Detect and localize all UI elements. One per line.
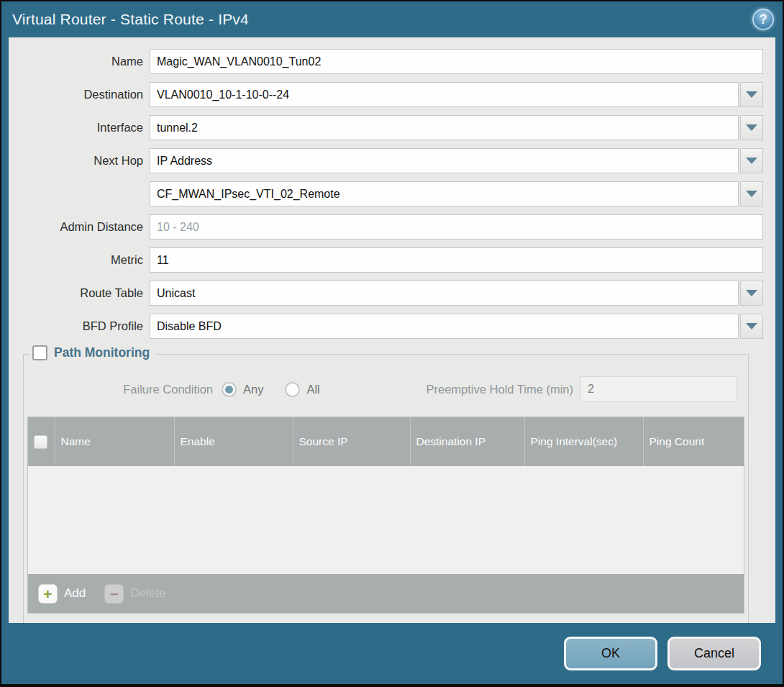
column-header-ping-count[interactable]: Ping Count bbox=[643, 417, 744, 466]
route-table-dropdown-button[interactable] bbox=[740, 281, 763, 306]
chevron-down-icon bbox=[746, 158, 757, 164]
failure-condition-all-radio[interactable] bbox=[285, 382, 300, 397]
bfd-profile-dropdown-button[interactable] bbox=[740, 314, 763, 339]
metric-row: Metric bbox=[9, 247, 763, 273]
path-monitoring-table: Name Enable Source IP Destination IP Pin… bbox=[27, 417, 744, 614]
ok-button[interactable]: OK bbox=[564, 637, 657, 670]
name-label: Name bbox=[9, 55, 150, 68]
select-all-checkbox[interactable] bbox=[34, 435, 47, 449]
path-monitoring-checkbox[interactable] bbox=[32, 345, 47, 360]
destination-dropdown-button[interactable] bbox=[740, 82, 763, 107]
path-monitoring-legend: Path Monitoring bbox=[29, 345, 155, 360]
plus-icon: + bbox=[38, 584, 58, 604]
next-hop-address-input[interactable] bbox=[150, 181, 739, 206]
minus-icon: − bbox=[104, 584, 124, 604]
interface-dropdown-button[interactable] bbox=[740, 115, 763, 140]
metric-input[interactable] bbox=[150, 247, 763, 273]
failure-condition-all-label: All bbox=[306, 383, 319, 396]
bfd-profile-input[interactable] bbox=[150, 314, 739, 339]
failure-condition-label: Failure Condition bbox=[27, 383, 222, 396]
static-route-dialog: Virtual Router - Static Route - IPv4 ? N… bbox=[0, 0, 784, 687]
column-header-destination-ip[interactable]: Destination IP bbox=[410, 417, 524, 466]
column-header-name[interactable]: Name bbox=[55, 417, 174, 466]
column-header-ping-interval[interactable]: Ping Interval(sec) bbox=[524, 417, 643, 466]
route-table-label: Route Table bbox=[9, 286, 150, 300]
admin-distance-row: Admin Distance bbox=[9, 214, 763, 240]
chevron-down-icon bbox=[746, 191, 757, 197]
interface-label: Interface bbox=[9, 121, 150, 135]
chevron-down-icon bbox=[746, 91, 757, 98]
bfd-profile-row: BFD Profile bbox=[9, 314, 763, 339]
preemptive-hold-time-group: Preemptive Hold Time (min) bbox=[427, 376, 737, 402]
admin-distance-input[interactable] bbox=[150, 214, 763, 240]
dialog-footer: OK Cancel bbox=[1, 623, 783, 686]
next-hop-type-input[interactable] bbox=[150, 148, 739, 173]
bfd-profile-label: BFD Profile bbox=[9, 319, 150, 333]
chevron-down-icon bbox=[746, 290, 757, 296]
cancel-button[interactable]: Cancel bbox=[667, 637, 761, 670]
table-toolbar: + Add − Delete bbox=[28, 574, 744, 613]
route-table-row: Route Table bbox=[9, 281, 763, 306]
add-button-label: Add bbox=[64, 586, 86, 601]
table-empty-body bbox=[28, 466, 744, 574]
column-header-enable[interactable]: Enable bbox=[174, 417, 293, 466]
chevron-down-icon bbox=[746, 124, 757, 131]
path-monitoring-title: Path Monitoring bbox=[54, 345, 150, 360]
name-input[interactable] bbox=[150, 49, 763, 74]
failure-condition-row: Failure Condition Any All Preemptive Hol… bbox=[27, 376, 737, 402]
title-bar: Virtual Router - Static Route - IPv4 ? bbox=[1, 1, 783, 37]
destination-label: Destination bbox=[9, 88, 150, 101]
next-hop-dropdown-button[interactable] bbox=[740, 148, 763, 173]
add-button[interactable]: + Add bbox=[38, 584, 86, 604]
delete-button[interactable]: − Delete bbox=[104, 584, 165, 604]
admin-distance-label: Admin Distance bbox=[9, 220, 150, 234]
failure-condition-any-label: Any bbox=[243, 383, 263, 396]
next-hop-label: Next Hop bbox=[9, 154, 150, 168]
next-hop-row: Next Hop bbox=[9, 148, 763, 173]
chevron-down-icon bbox=[746, 323, 757, 329]
help-icon[interactable]: ? bbox=[752, 9, 774, 30]
destination-row: Destination bbox=[9, 82, 763, 107]
destination-input[interactable] bbox=[150, 82, 739, 107]
interface-input[interactable] bbox=[150, 115, 739, 140]
dialog-content: Name Destination Interface Next Hop bbox=[9, 37, 775, 623]
table-header-row: Name Enable Source IP Destination IP Pin… bbox=[28, 417, 744, 466]
column-header-source-ip[interactable]: Source IP bbox=[293, 417, 410, 466]
name-row: Name bbox=[9, 49, 763, 74]
path-monitoring-section: Path Monitoring Failure Condition Any Al… bbox=[23, 354, 749, 623]
route-table-input[interactable] bbox=[150, 281, 739, 306]
metric-label: Metric bbox=[9, 253, 150, 267]
interface-row: Interface bbox=[9, 115, 763, 140]
dialog-title: Virtual Router - Static Route - IPv4 bbox=[12, 11, 249, 28]
next-hop-address-row bbox=[9, 181, 763, 206]
delete-button-label: Delete bbox=[130, 586, 165, 601]
preemptive-hold-time-input[interactable] bbox=[580, 376, 737, 402]
next-hop-address-dropdown-button[interactable] bbox=[740, 181, 763, 206]
preemptive-hold-time-label: Preemptive Hold Time (min) bbox=[427, 383, 580, 396]
select-all-cell bbox=[28, 417, 55, 466]
failure-condition-any-radio[interactable] bbox=[222, 382, 237, 397]
